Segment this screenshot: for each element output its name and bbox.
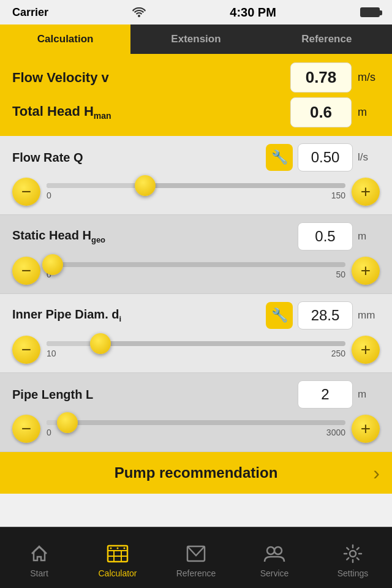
tab-extension[interactable]: Extension: [130, 24, 261, 54]
static-head-slider-thumb[interactable]: [42, 254, 63, 275]
flow-rate-decrease-button[interactable]: −: [12, 178, 40, 206]
service-label: Service: [260, 568, 289, 578]
flow-velocity-right: 0.78 m/s: [290, 62, 380, 92]
static-head-slider-row: − 0 50 +: [12, 257, 380, 285]
total-head-sub: man: [94, 111, 111, 121]
inner-pipe-max-label: 250: [331, 349, 345, 358]
static-head-section: Static Head Hgeo 0.5 m − 0 50 +: [0, 215, 392, 294]
inner-pipe-header: Inner Pipe Diam. di 🔧 28.5 mm: [12, 301, 380, 330]
settings-icon: [341, 543, 365, 565]
main-content: Flow Velocity v 0.78 m/s Total Head Hman…: [0, 54, 392, 527]
pipe-length-input-right: 2 m: [298, 380, 380, 409]
results-panel: Flow Velocity v 0.78 m/s Total Head Hman…: [0, 54, 392, 136]
pipe-length-slider-track[interactable]: [47, 420, 345, 425]
static-head-increase-button[interactable]: +: [352, 257, 380, 285]
static-head-label: Static Head Hgeo: [12, 228, 105, 244]
settings-label: Settings: [337, 568, 369, 578]
minus-icon-3: −: [21, 340, 31, 360]
calculator-label: Calculator: [98, 568, 137, 578]
bottom-tab-start[interactable]: Start: [0, 527, 78, 588]
top-tab-bar: Calculation Extension Reference: [0, 24, 392, 54]
start-label: Start: [30, 568, 48, 578]
pipe-length-header: Pipe Length L 2 m: [12, 380, 380, 409]
flow-rate-value[interactable]: 0.50: [298, 143, 353, 172]
flow-rate-wrench-button[interactable]: 🔧: [266, 144, 293, 171]
inner-pipe-wrench-button[interactable]: 🔧: [266, 302, 293, 329]
pump-recommendation-label: Pump recommendation: [115, 464, 278, 481]
minus-icon-2: −: [21, 261, 31, 281]
battery-icon: [360, 7, 380, 17]
flow-rate-min-label: 0: [47, 190, 51, 200]
flow-rate-slider-labels: 0 150: [47, 190, 345, 200]
plus-icon-4: +: [361, 419, 371, 439]
pipe-length-max-label: 3000: [326, 428, 345, 437]
static-head-decrease-button[interactable]: −: [12, 257, 40, 285]
svg-point-7: [124, 547, 126, 549]
bottom-tab-bar: Start Calculator Reference: [0, 527, 392, 588]
inner-pipe-section: Inner Pipe Diam. di 🔧 28.5 mm − 10: [0, 294, 392, 373]
inner-pipe-slider-track[interactable]: [47, 341, 345, 346]
inner-pipe-value[interactable]: 28.5: [298, 301, 353, 330]
flow-rate-section: Flow Rate Q 🔧 0.50 l/s − 0 150: [0, 136, 392, 215]
reference-label: Reference: [176, 568, 216, 578]
inner-pipe-unit: mm: [358, 309, 380, 322]
bottom-tab-service[interactable]: Service: [235, 527, 314, 588]
static-head-slider-track[interactable]: [47, 262, 345, 267]
flow-velocity-unit: m/s: [358, 71, 380, 84]
pipe-length-slider-wrap: 0 3000: [47, 420, 345, 437]
minus-icon-4: −: [21, 419, 31, 439]
pipe-length-slider-thumb[interactable]: [57, 412, 78, 433]
status-time: 4:30 PM: [230, 6, 276, 20]
static-head-slider-wrap: 0 50: [47, 262, 345, 279]
flow-rate-slider-track[interactable]: [47, 183, 345, 188]
bottom-tab-reference[interactable]: Reference: [157, 527, 235, 588]
svg-point-9: [267, 547, 274, 554]
static-head-sub: geo: [91, 235, 105, 244]
inner-pipe-slider-wrap: 10 250: [47, 341, 345, 358]
reference-icon: [184, 543, 208, 565]
total-head-right: 0.6 m: [290, 97, 380, 127]
flow-rate-slider-wrap: 0 150: [47, 183, 345, 200]
inner-pipe-input-right: 🔧 28.5 mm: [266, 301, 380, 330]
total-head-unit: m: [358, 106, 380, 119]
svg-point-6: [117, 547, 119, 549]
inner-pipe-sub: i: [119, 314, 121, 323]
pump-recommendation-button[interactable]: Pump recommendation ›: [0, 452, 392, 494]
pipe-length-slider-row: − 0 3000 +: [12, 415, 380, 443]
start-icon: [27, 543, 51, 565]
flow-velocity-label: Flow Velocity v: [12, 70, 109, 86]
flow-rate-unit: l/s: [358, 151, 380, 164]
flow-rate-increase-button[interactable]: +: [352, 178, 380, 206]
plus-icon: +: [361, 182, 371, 202]
carrier-label: Carrier: [12, 6, 48, 19]
flow-rate-slider-row: − 0 150 +: [12, 178, 380, 206]
pipe-length-increase-button[interactable]: +: [352, 415, 380, 443]
inner-pipe-increase-button[interactable]: +: [352, 336, 380, 364]
static-head-value[interactable]: 0.5: [298, 222, 353, 251]
pipe-length-unit: m: [358, 388, 380, 401]
minus-icon: −: [21, 182, 31, 202]
tab-reference[interactable]: Reference: [262, 24, 392, 54]
flow-rate-header: Flow Rate Q 🔧 0.50 l/s: [12, 143, 380, 172]
pipe-length-value[interactable]: 2: [298, 380, 353, 409]
pipe-length-slider-labels: 0 3000: [47, 428, 345, 437]
svg-point-5: [110, 547, 112, 549]
bottom-tab-settings[interactable]: Settings: [314, 527, 392, 588]
inner-pipe-slider-row: − 10 250 +: [12, 336, 380, 364]
plus-icon-2: +: [361, 261, 371, 281]
calculator-icon: [105, 543, 130, 565]
inner-pipe-decrease-button[interactable]: −: [12, 336, 40, 364]
flow-velocity-row: Flow Velocity v 0.78 m/s: [12, 62, 380, 92]
pipe-length-label: Pipe Length L: [12, 388, 93, 402]
static-head-max-label: 50: [336, 270, 345, 279]
total-head-row: Total Head Hman 0.6 m: [12, 97, 380, 127]
bottom-tab-calculator[interactable]: Calculator: [78, 527, 157, 588]
pipe-length-decrease-button[interactable]: −: [12, 415, 40, 443]
flow-rate-label: Flow Rate Q: [12, 151, 83, 165]
static-head-slider-labels: 0 50: [47, 270, 345, 279]
inner-pipe-slider-thumb[interactable]: [90, 333, 111, 354]
flow-rate-slider-thumb[interactable]: [135, 175, 156, 196]
tab-calculation[interactable]: Calculation: [0, 24, 130, 54]
wrench-icon: 🔧: [271, 149, 288, 165]
pipe-length-section: Pipe Length L 2 m − 0 3000 +: [0, 373, 392, 452]
